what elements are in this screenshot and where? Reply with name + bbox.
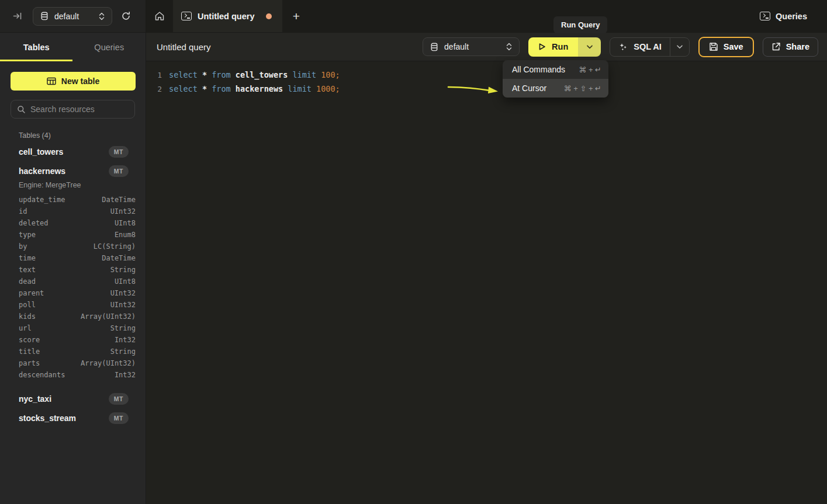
column-name: kids bbox=[19, 312, 36, 321]
collapse-sidebar-button[interactable] bbox=[11, 9, 25, 23]
table-name: stocks_stream bbox=[19, 413, 76, 423]
database-icon bbox=[40, 12, 49, 20]
column-type: String bbox=[110, 347, 136, 356]
new-table-button-label: New table bbox=[61, 77, 99, 86]
home-icon bbox=[154, 11, 165, 21]
column-type: UInt32 bbox=[110, 289, 136, 297]
column-type: String bbox=[110, 324, 136, 332]
menu-item-label: At Cursor bbox=[512, 84, 546, 93]
chevron-down-icon bbox=[677, 45, 683, 49]
line-number: 2 bbox=[146, 85, 162, 93]
code-text: select * from hackernews limit 1000; bbox=[169, 84, 340, 93]
database-selector[interactable]: default bbox=[33, 7, 112, 26]
run-button-group: Run bbox=[528, 37, 601, 57]
run-options-menu: All Commands ⌘ + ↵ At Cursor ⌘ + ⇧ + ↵ bbox=[503, 60, 608, 98]
sidebar-tab-tables[interactable]: Tables bbox=[0, 33, 73, 61]
table-name: cell_towers bbox=[19, 147, 63, 157]
topbar: default Untitled query bbox=[0, 0, 827, 33]
save-icon bbox=[709, 42, 718, 51]
table-row-hackernews[interactable]: hackernews MT bbox=[0, 161, 146, 180]
column-type: Int32 bbox=[115, 371, 136, 379]
sql-editor[interactable]: 1select * from cell_towers limit 100;2se… bbox=[146, 61, 827, 504]
new-tab-button[interactable]: + bbox=[282, 0, 310, 32]
share-button[interactable]: Share bbox=[763, 37, 818, 57]
table-name: hackernews bbox=[19, 166, 65, 176]
refresh-button[interactable] bbox=[119, 9, 133, 23]
column-row: pollUInt32 bbox=[0, 299, 146, 311]
code-line[interactable]: 1select * from cell_towers limit 100; bbox=[146, 68, 827, 82]
sidebar-tab-queries[interactable]: Queries bbox=[73, 33, 146, 61]
menu-item-shortcut: ⌘ + ⇧ + ↵ bbox=[564, 84, 601, 93]
terminal-icon bbox=[181, 12, 192, 20]
table-row-nyc-taxi[interactable]: nyc_taxi MT bbox=[0, 389, 146, 408]
column-name: by bbox=[19, 242, 27, 251]
sql-ai-options-button[interactable] bbox=[670, 38, 689, 56]
database-selector[interactable]: default bbox=[423, 37, 520, 56]
query-title: Untitled query bbox=[157, 42, 211, 52]
column-row: scoreInt32 bbox=[0, 334, 146, 346]
column-row: titleString bbox=[0, 346, 146, 357]
column-name: dead bbox=[19, 277, 36, 286]
menu-item-at-cursor[interactable]: At Cursor ⌘ + ⇧ + ↵ bbox=[503, 79, 608, 98]
column-row: partsArray(UInt32) bbox=[0, 357, 146, 369]
column-name: parent bbox=[19, 289, 44, 297]
save-button[interactable]: Save bbox=[698, 37, 754, 57]
chevrons-up-down-icon bbox=[99, 12, 105, 20]
column-name: title bbox=[19, 347, 40, 356]
code-text: select * from cell_towers limit 100; bbox=[169, 70, 340, 79]
engine-badge: MT bbox=[109, 165, 129, 177]
line-number: 1 bbox=[146, 71, 162, 79]
table-row-cell-towers[interactable]: cell_towers MT bbox=[0, 142, 146, 161]
sql-ai-button[interactable]: SQL AI bbox=[610, 38, 670, 56]
column-row: deadUInt8 bbox=[0, 276, 146, 287]
sidebar-tabs: Tables Queries bbox=[0, 33, 146, 61]
tab-strip: Untitled query + Queries bbox=[146, 0, 827, 33]
database-icon bbox=[430, 43, 438, 51]
menu-item-label: All Commands bbox=[512, 65, 565, 74]
share-button-label: Share bbox=[786, 42, 809, 51]
unsaved-indicator-dot bbox=[266, 13, 272, 19]
column-name: poll bbox=[19, 301, 36, 309]
column-type: String bbox=[110, 266, 136, 274]
column-name: url bbox=[19, 324, 32, 332]
column-type: DateTime bbox=[102, 196, 136, 204]
column-type: Int32 bbox=[115, 336, 136, 344]
tab-untitled-query[interactable]: Untitled query bbox=[173, 0, 282, 32]
refresh-icon bbox=[121, 11, 131, 21]
column-type: Array(UInt32) bbox=[81, 359, 136, 367]
column-type: LC(String) bbox=[94, 242, 136, 251]
column-type: DateTime bbox=[102, 254, 136, 262]
run-query-tooltip: Run Query bbox=[553, 16, 607, 33]
table-engine-label: Engine: MergeTree bbox=[19, 181, 146, 189]
menu-item-shortcut: ⌘ + ↵ bbox=[579, 65, 601, 74]
column-name: score bbox=[19, 336, 40, 344]
run-button-label: Run bbox=[552, 42, 568, 51]
code-line[interactable]: 2select * from hackernews limit 1000; bbox=[146, 82, 827, 96]
search-input[interactable] bbox=[30, 105, 136, 114]
search-icon bbox=[17, 105, 26, 114]
sql-console-app: default Untitled query bbox=[0, 0, 827, 504]
run-options-button[interactable] bbox=[578, 37, 601, 57]
table-grid-icon bbox=[47, 77, 56, 85]
home-tab[interactable] bbox=[146, 0, 173, 32]
column-row: deletedUInt8 bbox=[0, 217, 146, 229]
new-table-button[interactable]: New table bbox=[11, 72, 136, 91]
menu-item-all-commands[interactable]: All Commands ⌘ + ↵ bbox=[503, 60, 608, 79]
engine-badge: MT bbox=[109, 146, 129, 158]
queries-button[interactable]: Queries bbox=[760, 0, 807, 32]
topbar-left: default bbox=[0, 0, 146, 33]
database-selector-value: default bbox=[444, 42, 500, 51]
column-name: descendants bbox=[19, 371, 65, 379]
column-row: urlString bbox=[0, 322, 146, 334]
main-area: Untitled query default bbox=[146, 33, 827, 504]
hackernews-columns-list: update_timeDateTimeidUInt32deletedUInt8t… bbox=[0, 194, 146, 381]
play-icon bbox=[538, 43, 546, 51]
engine-badge: MT bbox=[109, 393, 129, 405]
column-name: time bbox=[19, 254, 36, 262]
column-type: Array(UInt32) bbox=[81, 312, 136, 321]
chevrons-up-down-icon bbox=[506, 43, 512, 51]
sql-ai-button-group: SQL AI bbox=[610, 37, 690, 57]
table-row-stocks-stream[interactable]: stocks_stream MT bbox=[0, 408, 146, 427]
run-button[interactable]: Run bbox=[528, 37, 578, 57]
engine-badge: MT bbox=[109, 412, 129, 424]
